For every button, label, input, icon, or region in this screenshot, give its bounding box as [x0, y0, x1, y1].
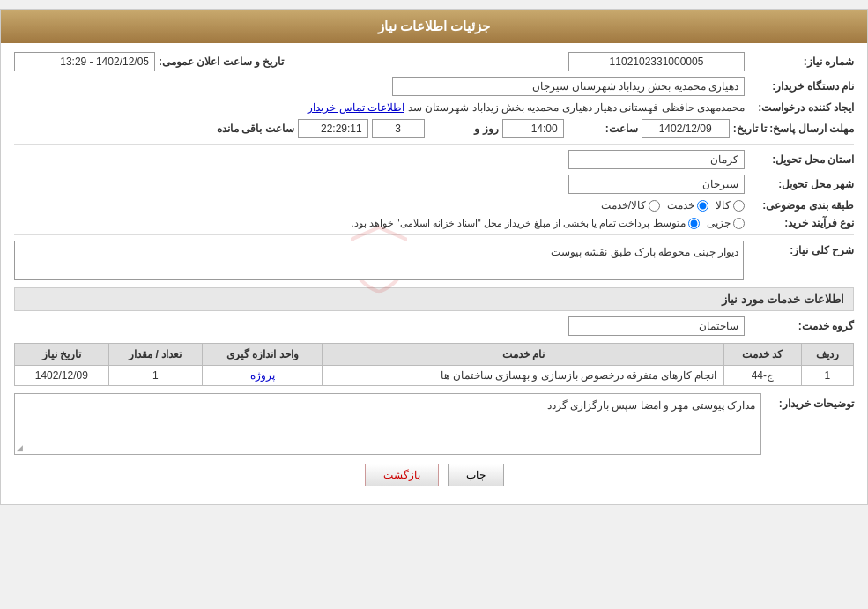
sharh-label: شرح کلی نیاز: — [748, 241, 854, 256]
service-section-header: اطلاعات خدمات مورد نیاز — [14, 287, 854, 311]
tarikh-label: تاریخ و ساعت اعلان عمومی: — [159, 56, 284, 68]
shahr-value: سیرجان — [568, 175, 745, 194]
tabaqe-label: طبقه بندی موضوعی: — [748, 199, 854, 212]
shomara-label: شماره نیاز: — [748, 56, 854, 68]
radio-jozii-input[interactable] — [733, 218, 745, 229]
cell-vahed: پروژه — [203, 366, 323, 386]
table-row: 1 ج-44 انجام کارهای متفرقه درخصوص بازساز… — [15, 366, 854, 386]
col-vahed: واحد اندازه گیری — [203, 344, 323, 366]
farayand-radio-group: جزیی متوسط — [653, 217, 745, 229]
radio-khadamat-label: خدمت — [667, 199, 694, 212]
page-header: جزئیات اطلاعات نیاز — [1, 10, 867, 43]
resize-icon: ◢ — [17, 443, 23, 452]
sharh-container: AnaTender دیوار چینی محوطه پارک طبق نقشه… — [14, 241, 744, 280]
radio-kala[interactable]: کالا — [716, 199, 745, 212]
tarikh-value: 1402/12/05 - 13:29 — [14, 52, 155, 71]
table-header-row: ردیف کد خدمت نام خدمت واحد اندازه گیری ت… — [15, 344, 854, 366]
ostan-label: استان محل تحویل: — [748, 153, 854, 166]
row-goroh: گروه خدمت: ساختمان — [14, 316, 854, 336]
services-table-section: ردیف کد خدمت نام خدمت واحد اندازه گیری ت… — [14, 343, 854, 386]
mohlat-label: مهلت ارسال پاسخ: تا تاریخ: — [733, 123, 854, 135]
mohlat-rooz: 3 — [372, 119, 425, 138]
tosih-area: مدارک پیوستی مهر و امضا سپس بارگزاری گرد… — [14, 393, 761, 455]
ijad-label: ایجاد کننده درخواست: — [748, 101, 854, 114]
row-nam-dastgah: نام دستگاه خریدار: دهیاری محمدیه بخش زید… — [14, 77, 854, 96]
shomara-value: 1102102331000005 — [568, 52, 745, 71]
goroh-label: گروه خدمت: — [748, 320, 854, 332]
row-shahr: شهر محل تحویل: سیرجان — [14, 175, 854, 194]
baqi-mande: 22:29:11 — [298, 119, 368, 138]
nam-dastgah-label: نام دستگاه خریدار: — [748, 80, 854, 93]
ijad-value: محمدمهدی حافظی فهستانی دهیار دهیاری محمد… — [408, 101, 745, 114]
cell-nam: انجام کارهای متفرقه درخصوص بازسازی و بهس… — [323, 366, 724, 386]
row-ostan: استان محل تحویل: کرمان — [14, 150, 854, 169]
shahr-label: شهر محل تحویل: — [748, 178, 854, 190]
radio-kala-input[interactable] — [733, 200, 745, 212]
divider-1 — [14, 144, 854, 145]
sharh-value: دیوار چینی محوطه پارک طبق نقشه پیوست — [14, 241, 744, 280]
divider-2 — [14, 234, 854, 235]
radio-jozii[interactable]: جزیی — [707, 217, 745, 229]
radio-kala-khadamat-input[interactable] — [649, 200, 660, 212]
page-title: جزئیات اطلاعات نیاز — [378, 19, 490, 33]
radio-kala-khadamat-label: کالا/خدمت — [601, 199, 646, 212]
btn-chap[interactable]: چاپ — [448, 464, 504, 486]
radio-khadamat[interactable]: خدمت — [667, 199, 708, 212]
tabaqe-radio-group: کالا خدمت کالا/خدمت — [601, 199, 745, 212]
mohlat-date: 1402/12/09 — [642, 119, 730, 138]
mohlat-saat: 14:00 — [502, 119, 564, 138]
baqi-mande-label: ساعت باقی مانده — [217, 123, 294, 135]
row-ijad: ایجاد کننده درخواست: محمدمهدی حافظی فهست… — [14, 101, 854, 114]
page-content: شماره نیاز: 1102102331000005 تاریخ و ساع… — [1, 43, 867, 504]
row-tosih: توضیحات خریدار: مدارک پیوستی مهر و امضا … — [14, 393, 854, 455]
row-sharh: شرح کلی نیاز: AnaTender دیوار چینی محوطه… — [14, 241, 854, 280]
radio-motavaset-label: متوسط — [653, 217, 686, 229]
tosih-label: توضیحات خریدار: — [766, 393, 854, 410]
mohlat-rooz-label: روز و — [428, 123, 499, 135]
cell-radif: 1 — [801, 366, 853, 386]
page-wrapper: جزئیات اطلاعات نیاز شماره نیاز: 11021023… — [0, 9, 868, 505]
col-radif: ردیف — [801, 344, 853, 366]
radio-jozii-label: جزیی — [707, 217, 731, 229]
mohlat-saat-label: ساعت: — [568, 123, 638, 135]
row-noe-farayand: نوع فرآیند خرید: جزیی متوسط پرداخت تمام … — [14, 217, 854, 229]
goroh-value: ساختمان — [568, 316, 745, 336]
noe-desc: پرداخت تمام یا بخشی از مبلغ خریداز محل "… — [351, 218, 649, 229]
radio-kala-label: کالا — [716, 199, 731, 212]
row-tabaqe: طبقه بندی موضوعی: کالا خدمت کالا/خدمت — [14, 199, 854, 212]
col-nam: نام خدمت — [323, 344, 724, 366]
ettelaat-link[interactable]: اطلاعات تماس خریدار — [308, 101, 404, 114]
services-table: ردیف کد خدمت نام خدمت واحد اندازه گیری ت… — [14, 343, 854, 386]
row-mohlat: مهلت ارسال پاسخ: تا تاریخ: 1402/12/09 سا… — [14, 119, 854, 138]
cell-code: ج-44 — [724, 366, 802, 386]
button-row: چاپ بازگشت — [14, 464, 854, 486]
col-tarikh: تاریخ نیاز — [15, 344, 109, 366]
tosih-value: مدارک پیوستی مهر و امضا سپس بارگزاری گرد… — [547, 399, 755, 412]
radio-motavaset-input[interactable] — [688, 218, 700, 229]
radio-motavaset[interactable]: متوسط — [653, 217, 700, 229]
table-body: 1 ج-44 انجام کارهای متفرقه درخصوص بازساز… — [15, 366, 854, 386]
radio-khadamat-input[interactable] — [697, 200, 708, 212]
ostan-value: کرمان — [568, 150, 745, 169]
col-code: کد خدمت — [724, 344, 802, 366]
tosih-content: مدارک پیوستی مهر و امضا سپس بارگزاری گرد… — [14, 393, 761, 455]
cell-tedad: 1 — [108, 366, 202, 386]
col-tedad: تعداد / مقدار — [108, 344, 202, 366]
radio-kala-khadamat[interactable]: کالا/خدمت — [601, 199, 660, 212]
noe-farayand-label: نوع فرآیند خرید: — [748, 217, 854, 229]
btn-bazgasht[interactable]: بازگشت — [365, 464, 439, 486]
cell-tarikh: 1402/12/09 — [15, 366, 109, 386]
nam-dastgah-value: دهیاری محمدیه بخش زیداباد شهرستان سیرجان — [392, 77, 745, 96]
row-shomara: شماره نیاز: 1102102331000005 تاریخ و ساع… — [14, 52, 854, 71]
